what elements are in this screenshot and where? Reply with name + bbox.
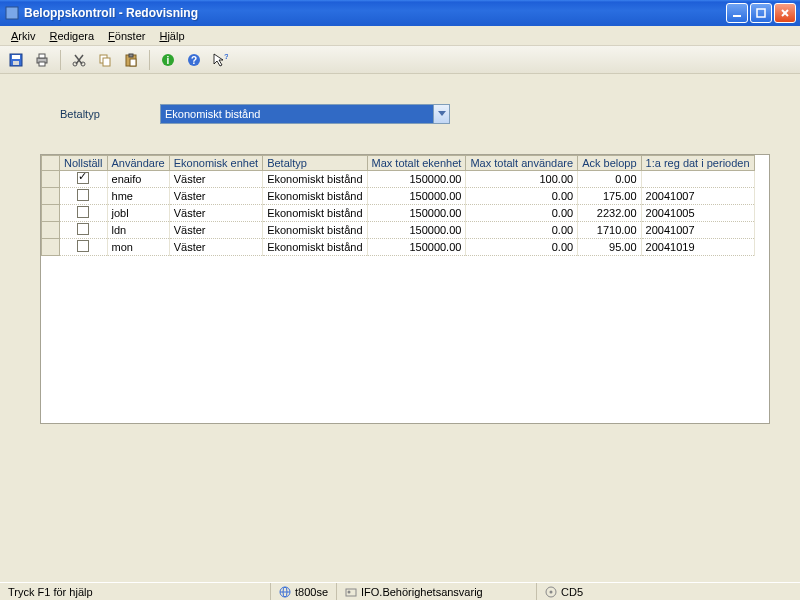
cell-anvandare[interactable]: enaifo: [107, 171, 169, 188]
window-buttons: [726, 3, 796, 23]
status-hint: Tryck F1 för hjälp: [0, 583, 270, 600]
print-button[interactable]: [32, 50, 52, 70]
cell-nollstall[interactable]: [60, 171, 108, 188]
checkbox[interactable]: [77, 240, 89, 252]
cell-betaltyp[interactable]: Ekonomiskt bistånd: [263, 222, 367, 239]
cell-max-anvandare[interactable]: 100.00: [466, 171, 578, 188]
menu-arkiv[interactable]: Arkiv: [4, 28, 42, 44]
cut-button[interactable]: [69, 50, 89, 70]
checkbox[interactable]: [77, 172, 89, 184]
header-anvandare[interactable]: Användare: [107, 156, 169, 171]
table-header-row: Nollställ Användare Ekonomisk enhet Beta…: [42, 156, 755, 171]
header-max-totalt-anvandare[interactable]: Max totalt användare: [466, 156, 578, 171]
cell-betaltyp[interactable]: Ekonomiskt bistånd: [263, 171, 367, 188]
row-selector[interactable]: [42, 171, 60, 188]
svg-rect-7: [13, 61, 19, 65]
cell-betaltyp[interactable]: Ekonomiskt bistånd: [263, 188, 367, 205]
header-rowselect[interactable]: [42, 156, 60, 171]
cursor-help-icon: ?: [212, 52, 228, 68]
cell-nollstall[interactable]: [60, 188, 108, 205]
menu-redigera[interactable]: Redigera: [42, 28, 101, 44]
row-selector[interactable]: [42, 222, 60, 239]
cell-betaltyp[interactable]: Ekonomiskt bistånd: [263, 205, 367, 222]
paste-icon: [123, 52, 139, 68]
cell-max-ekenhet[interactable]: 150000.00: [367, 222, 466, 239]
cell-max-anvandare[interactable]: 0.00: [466, 205, 578, 222]
cell-anvandare[interactable]: mon: [107, 239, 169, 256]
cell-ack-belopp[interactable]: 95.00: [578, 239, 641, 256]
cell-max-ekenhet[interactable]: 150000.00: [367, 205, 466, 222]
betaltyp-dropdown[interactable]: Ekonomiskt bistånd: [160, 104, 450, 124]
toolbar-separator: [60, 50, 61, 70]
cell-ekonomisk-enhet[interactable]: Väster: [169, 239, 262, 256]
checkbox[interactable]: [77, 206, 89, 218]
svg-rect-9: [39, 54, 45, 58]
menu-fonster[interactable]: Fönster: [101, 28, 152, 44]
cell-betaltyp[interactable]: Ekonomiskt bistånd: [263, 239, 367, 256]
cell-reg-dat[interactable]: 20041005: [641, 205, 754, 222]
cell-reg-dat[interactable]: 20041007: [641, 222, 754, 239]
svg-marker-26: [438, 111, 446, 116]
cell-max-ekenhet[interactable]: 150000.00: [367, 171, 466, 188]
title-bar: Beloppskontroll - Redovisning: [0, 0, 800, 26]
cell-nollstall[interactable]: [60, 239, 108, 256]
toolbar: i ? ?: [0, 46, 800, 74]
cell-anvandare[interactable]: ldn: [107, 222, 169, 239]
cell-max-ekenhet[interactable]: 150000.00: [367, 188, 466, 205]
svg-point-31: [348, 590, 351, 593]
cell-max-anvandare[interactable]: 0.00: [466, 188, 578, 205]
minimize-button[interactable]: [726, 3, 748, 23]
row-selector[interactable]: [42, 188, 60, 205]
info-button[interactable]: i: [158, 50, 178, 70]
header-betaltyp[interactable]: Betaltyp: [263, 156, 367, 171]
header-nollstall[interactable]: Nollställ: [60, 156, 108, 171]
header-reg-dat[interactable]: 1:a reg dat i perioden: [641, 156, 754, 171]
checkbox[interactable]: [77, 223, 89, 235]
cell-nollstall[interactable]: [60, 205, 108, 222]
cell-ack-belopp[interactable]: 0.00: [578, 171, 641, 188]
table-row[interactable]: hmeVästerEkonomiskt bistånd150000.000.00…: [42, 188, 755, 205]
paste-button[interactable]: [121, 50, 141, 70]
toolbar-separator: [149, 50, 150, 70]
cell-ekonomisk-enhet[interactable]: Väster: [169, 222, 262, 239]
svg-rect-6: [12, 55, 20, 59]
status-bar: Tryck F1 för hjälp t800se IFO.Behörighet…: [0, 582, 800, 600]
help-button[interactable]: ?: [184, 50, 204, 70]
svg-rect-0: [6, 7, 18, 19]
table-row[interactable]: ldnVästerEkonomiskt bistånd150000.000.00…: [42, 222, 755, 239]
cell-ack-belopp[interactable]: 175.00: [578, 188, 641, 205]
window-title: Beloppskontroll - Redovisning: [24, 6, 726, 20]
table-row[interactable]: monVästerEkonomiskt bistånd150000.000.00…: [42, 239, 755, 256]
header-ack-belopp[interactable]: Ack belopp: [578, 156, 641, 171]
data-grid[interactable]: Nollställ Användare Ekonomisk enhet Beta…: [41, 155, 755, 256]
cell-ekonomisk-enhet[interactable]: Väster: [169, 188, 262, 205]
cell-reg-dat[interactable]: [641, 171, 754, 188]
cell-max-anvandare[interactable]: 0.00: [466, 222, 578, 239]
cell-ack-belopp[interactable]: 1710.00: [578, 222, 641, 239]
dropdown-button[interactable]: [433, 105, 449, 123]
cell-nollstall[interactable]: [60, 222, 108, 239]
cell-ack-belopp[interactable]: 2232.00: [578, 205, 641, 222]
header-max-totalt-ekenhet[interactable]: Max totalt ekenhet: [367, 156, 466, 171]
row-selector[interactable]: [42, 239, 60, 256]
table-row[interactable]: joblVästerEkonomiskt bistånd150000.000.0…: [42, 205, 755, 222]
copy-button[interactable]: [95, 50, 115, 70]
cell-max-ekenhet[interactable]: 150000.00: [367, 239, 466, 256]
maximize-button[interactable]: [750, 3, 772, 23]
menu-hjalp[interactable]: Hjälp: [152, 28, 191, 44]
cell-ekonomisk-enhet[interactable]: Väster: [169, 205, 262, 222]
save-button[interactable]: [6, 50, 26, 70]
table-row[interactable]: enaifoVästerEkonomiskt bistånd150000.001…: [42, 171, 755, 188]
cell-reg-dat[interactable]: 20041007: [641, 188, 754, 205]
close-button[interactable]: [774, 3, 796, 23]
cell-anvandare[interactable]: hme: [107, 188, 169, 205]
cell-max-anvandare[interactable]: 0.00: [466, 239, 578, 256]
row-selector[interactable]: [42, 205, 60, 222]
header-ekonomisk-enhet[interactable]: Ekonomisk enhet: [169, 156, 262, 171]
cell-anvandare[interactable]: jobl: [107, 205, 169, 222]
cell-reg-dat[interactable]: 20041019: [641, 239, 754, 256]
chevron-down-icon: [438, 110, 446, 118]
whatsthis-button[interactable]: ?: [210, 50, 230, 70]
cell-ekonomisk-enhet[interactable]: Väster: [169, 171, 262, 188]
checkbox[interactable]: [77, 189, 89, 201]
